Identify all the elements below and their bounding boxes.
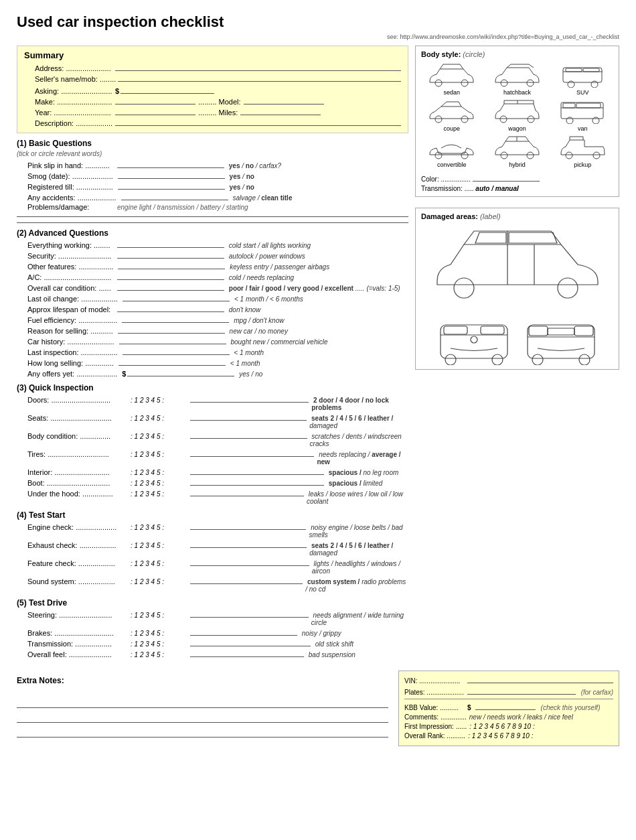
overall-rank-rating: : 1 2 3 4 5 6 7 8 9 10 : [468,732,533,740]
carhistory-field[interactable] [119,336,226,344]
registered-label: Registered till: .................. [27,183,115,191]
sound-options: custom system / radio problems / no cd [305,578,408,593]
accidents-field[interactable] [121,192,228,200]
svg-rect-16 [563,103,575,108]
kbb-hint: (check this yourself) [541,704,601,711]
oil-label: Last oil change: .................. [27,295,120,303]
list-item: Other features: ................. keyles… [27,261,408,271]
brakes-field[interactable] [190,628,297,636]
basic-questions-list: Pink slip in hand: ............ yes / no… [17,160,408,211]
overall-feel-field[interactable] [190,649,304,657]
feature-check-field[interactable] [190,558,309,566]
steering-options: needs alignment / wide turning circle [311,612,408,626]
transmission-drive-field[interactable] [190,638,311,646]
damaged-car-frontback [434,311,601,365]
everything-field[interactable] [117,240,224,248]
hood-options: leaks / loose wires / low oil / low cool… [307,490,408,505]
selling-field[interactable] [118,326,225,334]
svg-point-12 [528,116,534,123]
list-item: How long selling: .............. < 1 mon… [27,358,408,367]
seller-field[interactable] [118,74,401,82]
note-line-2[interactable] [17,713,388,723]
svg-rect-26 [441,325,507,358]
dollar-sign: $ [115,87,119,95]
body-style-title: Body style: (circle) [421,50,613,58]
basic-questions-title: (1) Basic Questions [17,139,408,148]
asking-field[interactable] [121,84,214,94]
svg-point-31 [492,354,503,365]
svg-point-10 [461,116,468,123]
tires-field[interactable] [190,449,314,457]
boot-field[interactable] [190,478,324,486]
list-item: Pink slip in hand: ............ yes / no… [27,160,408,169]
condition-field[interactable] [117,283,224,291]
lifespan-field[interactable] [117,304,224,312]
interior-options: spacious / no leg room [327,469,398,476]
registered-field[interactable] [118,182,225,190]
make-field[interactable] [115,96,195,104]
svg-point-24 [454,278,474,298]
kbb-field[interactable] [475,702,536,710]
damaged-car-side [427,224,608,306]
list-item: Description: .................. [35,118,401,127]
interior-field[interactable] [190,467,324,475]
security-field[interactable] [117,251,224,259]
miles-field[interactable] [240,107,321,115]
list-item: A/C: ................................. c… [27,272,408,281]
selling-options: new car / no money [228,328,288,335]
model-field[interactable] [244,96,324,104]
tires-options: needs replacing / average / new [317,451,408,466]
doors-options: 2 door / 4 door / no lock problems [311,397,408,411]
list-item: Steering: .......................... : 1… [27,610,408,626]
summary-box: Summary Address: ...................... … [17,46,408,133]
damaged-cars-area [421,224,613,365]
howlong-label: How long selling: .............. [27,359,116,367]
wagon-label: wagon [487,125,548,132]
fuel-field[interactable] [122,315,229,323]
list-item: Under the hood: ............... : 1 2 3 … [27,488,408,505]
features-options: keyless entry / passenger airbags [228,263,329,271]
inspection-field[interactable] [123,347,230,355]
features-field[interactable] [118,261,225,269]
ac-field[interactable] [117,272,224,280]
offers-label: Any offers yet: .................... [27,370,119,378]
offers-field[interactable] [127,368,234,376]
first-impression-row: First Impression: ...... : 1 2 3 4 5 6 7… [404,723,613,730]
car-pickup: pickup [552,135,613,168]
color-field[interactable] [473,173,540,182]
year-field[interactable] [115,107,195,115]
sound-field[interactable] [190,576,303,584]
howlong-field[interactable] [118,358,226,366]
security-label: Security: .......................... [27,252,114,260]
note-line-3[interactable] [17,728,388,738]
hood-field[interactable] [190,488,304,496]
car-convertible: convertible [421,135,483,168]
engine-check-rating: : 1 2 3 4 5 : [131,524,187,531]
vin-field[interactable] [467,675,613,683]
doors-field[interactable] [190,395,309,403]
accidents-label: Any accidents: ................... [27,194,118,202]
bodycond-field[interactable] [190,431,307,439]
offers-options: yes / no [237,370,262,378]
carhistory-options: bought new / commercial vehicle [229,338,328,346]
oil-field[interactable] [123,293,230,301]
svg-rect-28 [481,326,504,334]
note-line-1[interactable] [17,699,388,708]
asking-label: Asking: ......................... [35,87,115,95]
boot-label: Boot: ............................... [27,479,128,487]
engine-check-field[interactable] [190,522,306,530]
svg-rect-7 [566,68,582,72]
seats-field[interactable] [190,413,307,421]
address-field[interactable] [115,63,401,71]
svg-point-2 [501,80,507,86]
pinkslip-field[interactable] [117,160,224,168]
plates-field[interactable] [467,687,576,695]
svg-point-9 [435,116,442,123]
summary-title: Summary [24,50,401,60]
transmission-drive-rating: : 1 2 3 4 5 : [131,640,187,648]
smog-field[interactable] [118,171,225,179]
bodycond-rating: : 1 2 3 4 5 : [131,433,187,440]
desc-field[interactable] [115,118,401,126]
steering-field[interactable] [190,610,309,618]
exhaust-field[interactable] [190,540,307,548]
